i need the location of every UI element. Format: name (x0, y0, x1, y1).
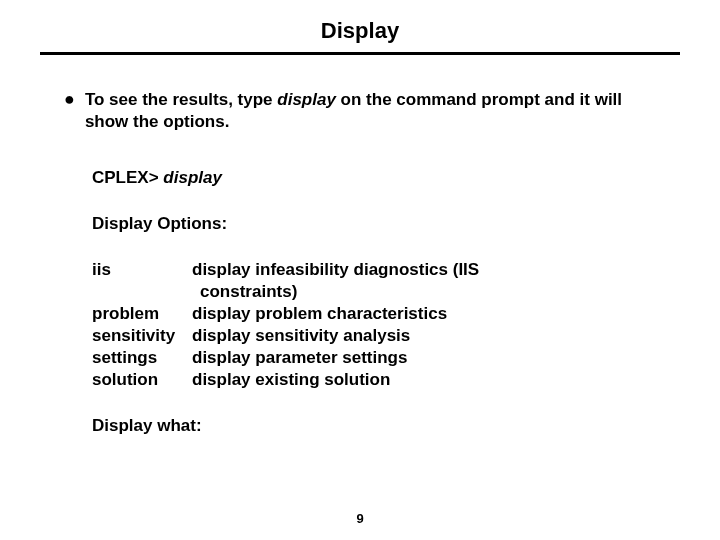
option-row: solution display existing solution (92, 369, 656, 391)
bullet-pre: To see the results, type (85, 90, 277, 109)
bullet-item: ● To see the results, type display on th… (64, 89, 656, 133)
bullet-icon: ● (64, 89, 75, 109)
slide-title: Display (40, 18, 680, 52)
option-row: sensitivity display sensitivity analysis (92, 325, 656, 347)
prompt-command: display (163, 168, 222, 187)
option-desc: display infeasibility diagnostics (IIS (192, 259, 656, 281)
option-key: settings (92, 347, 192, 369)
terminal-block: CPLEX> display Display Options: iis disp… (64, 167, 656, 437)
bullet-cmd: display (277, 90, 336, 109)
option-row: settings display parameter settings (92, 347, 656, 369)
option-key: iis (92, 259, 192, 281)
display-what-prompt: Display what: (92, 415, 656, 437)
options-heading: Display Options: (92, 213, 656, 235)
title-rule (40, 52, 680, 55)
option-key-blank (92, 281, 192, 303)
option-desc: display parameter settings (192, 347, 656, 369)
option-key: problem (92, 303, 192, 325)
option-key: sensitivity (92, 325, 192, 347)
prompt-label: CPLEX> (92, 168, 163, 187)
prompt-line: CPLEX> display (92, 167, 656, 189)
page-number: 9 (0, 511, 720, 526)
option-desc: display sensitivity analysis (192, 325, 656, 347)
option-desc: display problem characteristics (192, 303, 656, 325)
option-desc-cont: constraints) (192, 281, 656, 303)
slide-content: ● To see the results, type display on th… (40, 89, 680, 437)
option-row: iis display infeasibility diagnostics (I… (92, 259, 656, 281)
options-table: iis display infeasibility diagnostics (I… (92, 259, 656, 391)
option-row: problem display problem characteristics (92, 303, 656, 325)
bullet-text: To see the results, type display on the … (85, 89, 656, 133)
option-key: solution (92, 369, 192, 391)
option-desc: display existing solution (192, 369, 656, 391)
option-row-cont: constraints) (92, 281, 656, 303)
